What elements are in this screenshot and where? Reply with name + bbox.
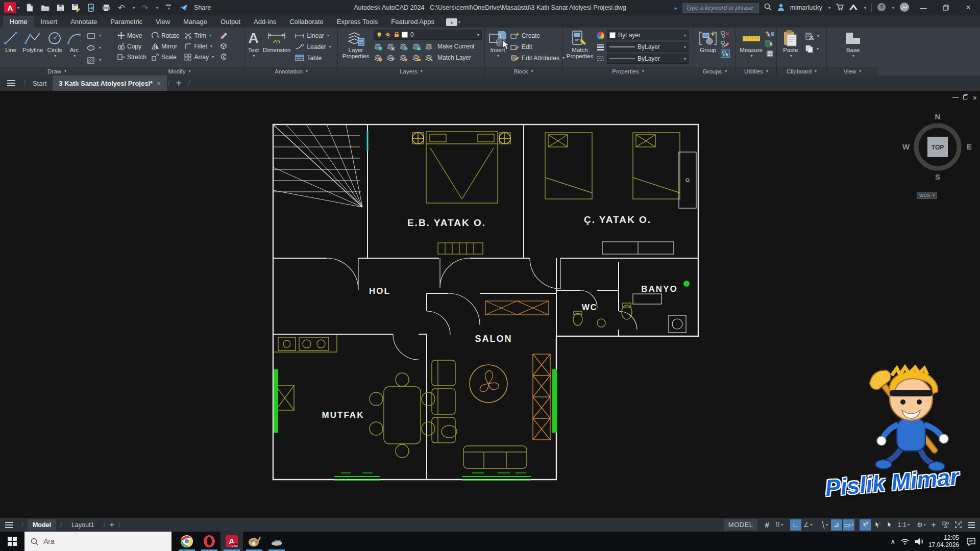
isodraft-icon[interactable]: ╲ (819, 519, 830, 531)
dynamic-ucs-icon[interactable]: ▭ (843, 519, 854, 531)
taskbar-autocad-icon[interactable]: ACAD (220, 532, 243, 551)
help-icon[interactable]: ? (877, 3, 886, 13)
group-selection-toggle[interactable] (721, 49, 730, 58)
rotate-button[interactable]: Rotate (152, 31, 179, 40)
autodesk-caret-icon[interactable] (864, 6, 866, 10)
customization-icon[interactable] (968, 524, 975, 525)
group-edit-button[interactable] (721, 40, 730, 48)
username-label[interactable]: mimarlucky (790, 4, 822, 11)
tab-parametric[interactable]: Parametric (104, 16, 149, 28)
plot-icon[interactable] (101, 3, 111, 13)
layout1-tab[interactable]: Layout1 (66, 519, 99, 531)
tab-collaborate[interactable]: Collaborate (283, 16, 330, 28)
make-current-icon[interactable] (425, 42, 434, 51)
quick-calculator-button[interactable] (765, 49, 774, 58)
stretch-button[interactable]: Stretch (117, 52, 146, 62)
help-caret-icon[interactable] (892, 6, 894, 10)
tab-insert[interactable]: Insert (34, 16, 64, 28)
qat-customize-icon[interactable] (163, 3, 174, 13)
tab-annotate[interactable]: Annotate (64, 16, 104, 28)
block-edit-button[interactable]: Edit (510, 42, 565, 52)
panel-footer-modify[interactable]: Modify (114, 67, 244, 76)
user-avatar-icon[interactable] (777, 3, 785, 13)
tab-output[interactable]: Output (214, 16, 247, 28)
notification-center-icon[interactable] (966, 537, 976, 546)
model-tab[interactable]: Model (28, 519, 56, 531)
file-tab-close-icon[interactable]: × (157, 80, 161, 87)
layer-on-icon[interactable] (374, 54, 383, 62)
ribbon-collapse-caret-icon[interactable] (458, 20, 460, 24)
panel-footer-view[interactable]: View (827, 67, 878, 76)
cart-icon[interactable] (836, 3, 844, 12)
search-icon[interactable] (764, 3, 772, 12)
drawing-close-icon[interactable]: × (973, 94, 977, 102)
match-properties-button[interactable]: Match Properties (566, 30, 594, 59)
open-folder-icon[interactable] (40, 3, 50, 13)
scale-button[interactable]: Scale (152, 52, 179, 62)
taskbar-paint-icon[interactable] (243, 532, 265, 551)
tab-view[interactable]: View (149, 16, 177, 28)
ellipse-button[interactable] (87, 43, 101, 53)
object-snap-icon[interactable] (860, 519, 871, 531)
trim-button[interactable]: Trim (184, 31, 214, 40)
layer-sun-icon[interactable] (399, 54, 408, 62)
panel-footer-layers[interactable]: Layers (338, 67, 484, 76)
move-button[interactable]: Move (117, 31, 146, 40)
line-button[interactable]: Line (3, 30, 18, 53)
tab-add-ins[interactable]: Add-ins (247, 16, 283, 28)
minimize-button[interactable]: — (915, 0, 932, 15)
drawing-restore-icon[interactable] (963, 94, 968, 102)
table-button[interactable]: Table (295, 53, 331, 63)
snap-override-icon[interactable] (872, 519, 883, 531)
save-as-icon[interactable] (70, 3, 81, 13)
drawing-canvas[interactable]: E.B. YATAK O. Ç. YATAK O. HOL BANYO WC S… (0, 91, 980, 518)
snap-mode-icon[interactable]: ⠿ (774, 519, 785, 531)
redo-caret-icon[interactable] (156, 6, 158, 10)
copy-clip-button[interactable] (805, 44, 819, 54)
panel-footer-utilities[interactable]: Utilities (736, 67, 776, 76)
undo-caret-icon[interactable] (133, 6, 135, 10)
taskbar-clock[interactable]: 12:05 17.04.2026 (928, 534, 959, 548)
mirror-button[interactable]: Mirror (152, 41, 179, 51)
object-color-select[interactable]: ByLayer (607, 30, 689, 40)
annotation-scale-button[interactable]: 1:1 (896, 519, 911, 531)
help-search-input[interactable]: Type a keyword or phrase (682, 3, 759, 13)
tab-express-tools[interactable]: Express Tools (330, 16, 385, 28)
share-label[interactable]: Share (194, 4, 211, 11)
new-file-icon[interactable] (24, 3, 35, 13)
taskbar-gray-app-icon[interactable] (265, 532, 288, 551)
workspace-gear-icon[interactable]: ⚙ (916, 519, 927, 531)
save-mobile-icon[interactable] (86, 3, 96, 13)
arc-button[interactable]: Arc (66, 30, 82, 59)
hatch-button[interactable] (87, 55, 101, 65)
start-button[interactable] (0, 532, 24, 551)
base-button[interactable]: Base (840, 30, 866, 59)
layer-freeze-icon[interactable] (399, 42, 408, 51)
taskbar-opera-icon[interactable] (198, 532, 220, 551)
selection-cycling-icon[interactable] (884, 519, 895, 531)
leader-button[interactable]: Leader (295, 42, 331, 52)
restore-button[interactable] (937, 0, 954, 15)
file-tab-drawing[interactable]: 3 Katlı Sanat Atolyesi Projesi* × (53, 76, 166, 91)
dimension-button[interactable]: Dimension (263, 30, 290, 53)
fillet-button[interactable]: Fillet (184, 41, 214, 51)
clean-screen-icon[interactable] (952, 519, 964, 531)
network-icon[interactable] (900, 538, 910, 545)
color-wheel-icon[interactable] (597, 32, 604, 39)
layer-unlock-icon[interactable] (412, 54, 421, 62)
model-space-button[interactable]: MODEL (724, 519, 757, 531)
linetype-select[interactable]: ByLayer (607, 54, 689, 64)
tab-featured-apps[interactable]: Featured Apps (384, 16, 441, 28)
group-button[interactable]: Group (697, 30, 719, 53)
erase-button[interactable] (219, 31, 228, 39)
cut-button[interactable] (805, 31, 819, 41)
offset-button[interactable] (219, 53, 228, 61)
lineweight-icon[interactable] (597, 44, 604, 51)
volume-icon[interactable] (915, 538, 923, 545)
paste-button[interactable]: Paste (780, 30, 801, 59)
ungroup-button[interactable] (721, 30, 730, 38)
text-button[interactable]: A Text (248, 30, 259, 59)
match-layer-label[interactable]: Match Layer (437, 54, 471, 61)
make-current-label[interactable]: Make Current (437, 43, 475, 50)
block-create-button[interactable]: Create (510, 31, 565, 40)
